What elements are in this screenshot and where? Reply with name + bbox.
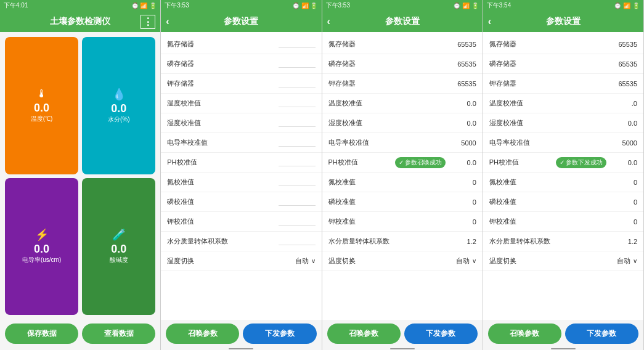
- sensor-icon-1: 💧: [112, 88, 126, 101]
- settings-row: 温度校准值0.0: [322, 94, 483, 113]
- row-value: 0.0: [606, 159, 637, 166]
- status-icons: ⌚ 📶 🔋: [614, 2, 640, 9]
- settings-row: 钾存储器: [161, 74, 321, 94]
- app-header: ‹参数设置: [161, 11, 321, 32]
- settings-row: 电导率校准值5000: [322, 133, 483, 153]
- row-label: 温度校准值: [167, 99, 278, 108]
- back-button[interactable]: ‹: [488, 16, 491, 27]
- dropdown[interactable]: 自动∨: [456, 256, 476, 266]
- row-input-field[interactable]: [279, 218, 316, 226]
- row-label: 湿度校准值: [328, 118, 446, 128]
- button-1[interactable]: 下发参数: [404, 324, 478, 344]
- row-label: PH校准值: [489, 158, 556, 167]
- time-display: 下午3:53: [326, 1, 350, 10]
- row-input-field[interactable]: [279, 79, 316, 88]
- row-input-field[interactable]: [279, 119, 316, 127]
- bottom-indicator: [483, 348, 643, 350]
- settings-row: 氮校准值: [161, 173, 321, 192]
- row-input-field[interactable]: [279, 139, 316, 147]
- row-input-field[interactable]: [279, 40, 316, 48]
- back-button[interactable]: ‹: [166, 16, 169, 27]
- row-label: 氮存储器: [167, 39, 278, 49]
- row-label: 氮校准值: [328, 177, 446, 187]
- row-label: 湿度校准值: [167, 118, 278, 128]
- row-value: 0: [606, 198, 637, 206]
- sensor-card-3: 🧪 0.0 酸碱度: [82, 178, 155, 315]
- button-1[interactable]: 下发参数: [243, 324, 316, 344]
- row-label: 氮校准值: [167, 177, 278, 187]
- menu-button[interactable]: ⋮: [141, 15, 155, 29]
- settings-row: 氮校准值0: [483, 173, 643, 192]
- row-label: 温度切换: [489, 256, 617, 266]
- status-icons: ⌚ 📶 🔋: [292, 2, 318, 9]
- dropdown-value: 自动: [617, 256, 630, 266]
- indicator-line: [390, 348, 415, 349]
- row-label: 钾存储器: [328, 79, 446, 88]
- settings-row: 温度切换自动∨: [483, 251, 643, 271]
- badge-text: 参数召唤成功: [405, 158, 442, 167]
- row-input-field[interactable]: [279, 198, 316, 206]
- settings-row: 电导率校准值5000: [483, 133, 643, 153]
- dropdown[interactable]: 自动∨: [295, 256, 316, 266]
- check-icon: ✓: [399, 159, 404, 166]
- sensor-label-3: 酸碱度: [110, 256, 128, 264]
- row-label: 钾校准值: [328, 217, 446, 226]
- dashboard-content: 🌡 0.0 温度(℃) 💧 0.0 水分(%) ⚡ 0.0 电导率(us/cm)…: [0, 32, 160, 320]
- settings-row: 钾校准值: [161, 212, 321, 232]
- row-value: 0.0: [446, 120, 476, 127]
- back-button[interactable]: ‹: [327, 16, 330, 27]
- settings-row: 氮存储器65535: [483, 35, 643, 54]
- sensor-icon-3: 🧪: [112, 228, 126, 242]
- bottom-indicator: [322, 348, 483, 350]
- sensor-label-2: 电导率(us/cm): [22, 256, 61, 264]
- button-0[interactable]: 召唤参数: [166, 324, 239, 344]
- settings-row: 湿度校准值: [161, 113, 321, 133]
- settings-row: 钾校准值0: [322, 212, 483, 232]
- settings-row: PH校准值✓参数召唤成功0.0: [322, 153, 483, 173]
- button-0[interactable]: 召唤参数: [488, 324, 561, 344]
- phone-panel-1: 下午4:01⌚ 📶 🔋土壤参数检测仪⋮ 🌡 0.0 温度(℃) 💧 0.0 水分…: [0, 0, 161, 350]
- dropdown-value: 自动: [295, 256, 309, 266]
- row-input-field[interactable]: [279, 237, 316, 245]
- status-icons: ⌚ 📶 🔋: [453, 2, 479, 9]
- app-header: ‹参数设置: [322, 11, 483, 32]
- time-display: 下午3:54: [487, 1, 511, 10]
- row-value: 5000: [446, 139, 476, 147]
- button-0[interactable]: 召唤参数: [327, 324, 401, 344]
- dropdown[interactable]: 自动∨: [617, 256, 637, 266]
- status-bar: 下午3:53⌚ 📶 🔋: [322, 0, 483, 11]
- settings-row: 氮存储器65535: [322, 35, 483, 54]
- row-label: 电导率校准值: [489, 138, 606, 147]
- bottom-buttons: 保存数据查看数据: [0, 320, 160, 348]
- row-label: 钾校准值: [167, 217, 278, 226]
- status-bar: 下午3:53⌚ 📶 🔋: [161, 0, 321, 11]
- sensor-icon-2: ⚡: [35, 228, 49, 242]
- button-1[interactable]: 下发参数: [565, 324, 638, 344]
- settings-row: 温度校准值.0: [483, 94, 643, 113]
- row-input-field[interactable]: [279, 178, 316, 186]
- settings-row: 湿度校准值0.0: [322, 113, 483, 133]
- row-input-field[interactable]: [279, 60, 316, 68]
- row-value: 0.0: [606, 120, 637, 127]
- header-title: 土壤参数检测仪: [50, 16, 110, 27]
- row-value: 65535: [446, 60, 476, 68]
- settings-row: 温度校准值: [161, 94, 321, 113]
- sensor-icon-0: 🌡: [36, 88, 47, 100]
- row-input-field[interactable]: [279, 158, 316, 166]
- row-input-field[interactable]: [279, 99, 316, 107]
- sensor-value-2: 0.0: [34, 243, 49, 256]
- settings-content: 氮存储器65535磷存储器65535钾存储器65535温度校准值.0湿度校准值0…: [483, 32, 643, 320]
- settings-row: 电导率校准值: [161, 133, 321, 153]
- button-1[interactable]: 查看数据: [82, 324, 155, 344]
- success-badge: ✓参数召唤成功: [395, 157, 446, 168]
- settings-row: 磷存储器: [161, 54, 321, 74]
- sensor-card-1: 💧 0.0 水分(%): [82, 37, 155, 174]
- settings-row: 磷校准值0: [483, 192, 643, 212]
- button-0[interactable]: 保存数据: [5, 324, 78, 344]
- settings-row: 磷校准值0: [322, 192, 483, 212]
- row-label: 磷校准值: [489, 197, 606, 206]
- row-label: 磷校准值: [167, 197, 278, 206]
- settings-row: 磷存储器65535: [483, 54, 643, 74]
- indicator-line: [551, 348, 576, 349]
- row-value: 5000: [606, 139, 637, 147]
